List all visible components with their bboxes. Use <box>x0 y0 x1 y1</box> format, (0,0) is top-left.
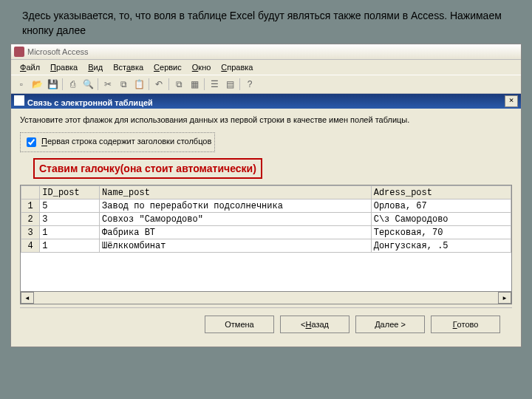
menu-help[interactable]: Справка <box>216 61 257 73</box>
relations-icon[interactable]: ⧉ <box>171 78 186 91</box>
horizontal-scrollbar[interactable]: ◄ ► <box>21 291 511 304</box>
instruction-text: Установите этот флажок для использования… <box>20 115 512 125</box>
wizard-body: Установите этот флажок для использования… <box>11 109 521 347</box>
undo-icon[interactable]: ↶ <box>151 78 166 91</box>
annotation-callout: Ставим галочку(она стоит автоматически) <box>33 158 262 179</box>
props-icon[interactable]: ☰ <box>207 78 222 91</box>
finish-button[interactable]: Готово <box>431 316 500 333</box>
header-id[interactable]: ID_post <box>40 186 100 200</box>
save-icon[interactable]: 💾 <box>45 78 60 91</box>
copy-icon[interactable]: ⧉ <box>116 78 131 91</box>
first-row-header-checkbox[interactable] <box>27 137 36 147</box>
open-icon[interactable]: 📂 <box>30 78 44 91</box>
header-name[interactable]: Name_post <box>100 186 372 200</box>
next-button[interactable]: Далее > <box>355 316 425 333</box>
checkbox-label: Первая строка содержит заголовки столбцо… <box>41 137 211 146</box>
table-row: 15Завод по переработки подсолнечникаОрло… <box>21 200 511 213</box>
menu-insert[interactable]: Вставка <box>109 61 148 73</box>
scroll-left-icon[interactable]: ◄ <box>21 292 34 304</box>
cancel-button[interactable]: Отмена <box>205 316 274 333</box>
access-window: Microsoft Access Файл Правка Вид Вставка… <box>10 44 522 347</box>
preview-icon[interactable]: 🔍 <box>81 78 95 91</box>
analyze-icon[interactable]: ▦ <box>187 78 202 91</box>
app-title: Microsoft Access <box>27 47 89 56</box>
header-adr[interactable]: Adress_post <box>371 186 511 200</box>
scroll-right-icon[interactable]: ► <box>498 292 511 304</box>
menu-edit[interactable]: Правка <box>46 61 82 73</box>
paste-icon[interactable]: 📋 <box>132 78 146 91</box>
wizard-title-text: Связь с электронной таблицей <box>27 98 153 107</box>
checkbox-row[interactable]: Первая строка содержит заголовки столбцо… <box>20 132 215 152</box>
print-icon[interactable]: ⎙ <box>65 78 80 91</box>
menu-service[interactable]: Сервис <box>149 61 186 73</box>
cut-icon[interactable]: ✂ <box>100 78 115 91</box>
back-button[interactable]: < Назад <box>280 316 349 333</box>
grid-empty <box>21 253 511 291</box>
help-icon[interactable]: ? <box>242 78 257 91</box>
menu-view[interactable]: Вид <box>83 61 107 73</box>
page-caption: Здесь указывается, то, что воля в таблиц… <box>0 0 532 41</box>
access-icon <box>14 47 24 57</box>
app-titlebar: Microsoft Access <box>11 44 521 60</box>
menu-file[interactable]: Файл <box>16 61 44 73</box>
wizard-icon <box>14 95 24 106</box>
toolbar: ▫ 📂 💾 ⎙ 🔍 ✂ ⧉ 📋 ↶ ⧉ ▦ ☰ ▤ ? <box>11 75 521 94</box>
table-row: 31Фабрика ВТТерсковая, 70 <box>21 226 511 239</box>
table-row: 41ШёлккомбинатДонгузская, .5 <box>21 239 511 253</box>
data-grid: ID_post Name_post Adress_post 15Завод по… <box>20 185 512 304</box>
wizard-buttons: Отмена < Назад Далее > Готово <box>20 307 512 341</box>
menu-window[interactable]: Окно <box>188 61 216 73</box>
table-row: 23Совхоз "Самородово"С\з Самородово <box>21 213 511 226</box>
close-icon[interactable]: × <box>505 95 518 107</box>
menubar: Файл Правка Вид Вставка Сервис Окно Спра… <box>11 60 521 75</box>
wizard-titlebar: Связь с электронной таблицей × <box>11 94 521 109</box>
code-icon[interactable]: ▤ <box>222 78 237 91</box>
corner-cell <box>21 186 40 200</box>
new-icon[interactable]: ▫ <box>14 78 29 91</box>
